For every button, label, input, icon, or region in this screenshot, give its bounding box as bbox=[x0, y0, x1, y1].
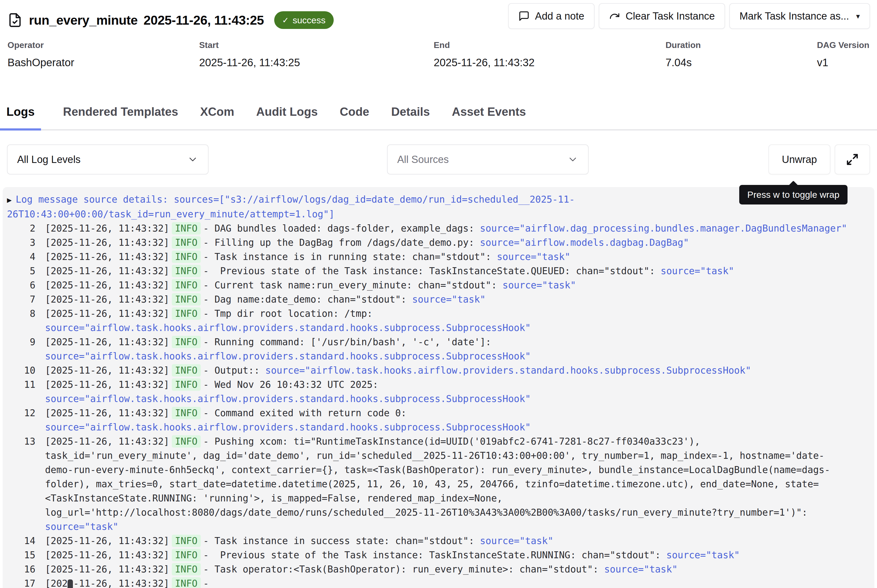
meta-value: 2025-11-26, 11:43:32 bbox=[434, 57, 666, 69]
clear-label: Clear Task Instance bbox=[625, 10, 715, 22]
log-source-link: source="task" bbox=[604, 564, 678, 574]
log-level-badge: INFO bbox=[172, 236, 201, 249]
tab-xcom[interactable]: XCom bbox=[200, 84, 234, 129]
log-line-number[interactable]: 5 bbox=[19, 264, 35, 278]
log-text: Command exited with return code 0: bbox=[214, 408, 412, 418]
redo-icon bbox=[609, 10, 620, 22]
log-message: [2025-11-26, 11:43:32] INFO - Dag name:d… bbox=[45, 292, 850, 307]
log-source-link: source="task" bbox=[497, 251, 570, 262]
log-source-link: source="airflow.task.hooks.airflow.provi… bbox=[45, 322, 531, 333]
log-message: [2025-11-26, 11:43:32] INFO - Previous s… bbox=[45, 264, 850, 278]
log-line-number[interactable]: 3 bbox=[19, 236, 35, 250]
log-level-badge: INFO bbox=[172, 563, 201, 575]
header-actions: Add a note Clear Task Instance Mark Task… bbox=[508, 3, 870, 29]
tab-details[interactable]: Details bbox=[391, 84, 430, 129]
meta-row: OperatorBashOperator Start2025-11-26, 11… bbox=[0, 29, 877, 69]
log-line-number[interactable]: 4 bbox=[19, 250, 35, 264]
log-level-value: All Log Levels bbox=[17, 154, 81, 165]
clear-task-instance-button[interactable]: Clear Task Instance bbox=[599, 3, 725, 29]
log-message: [2025-11-26, 11:43:32] INFO - Command ex… bbox=[45, 406, 850, 434]
log-text: Pushing xcom: ti="RuntimeTaskInstance(id… bbox=[45, 436, 830, 518]
log-text: Dag name:date_demo: chan="stdout": bbox=[214, 294, 412, 305]
log-entry: 7[2025-11-26, 11:43:32] INFO - Dag name:… bbox=[3, 292, 874, 307]
tab-code[interactable]: Code bbox=[340, 84, 369, 129]
log-timestamp: [2025-11-26, 11:43:32] bbox=[45, 266, 175, 276]
log-timestamp: [2025-11-26, 11:43:32] bbox=[45, 308, 175, 319]
log-message: [2025-11-26, 11:43:32] INFO - Output:: s… bbox=[45, 363, 850, 378]
log-message: [2025-11-26, 11:43:32] INFO - DAG bundle… bbox=[45, 221, 850, 236]
log-entry: 11[2025-11-26, 11:43:32] INFO - Wed Nov … bbox=[3, 378, 874, 406]
log-message: [2025-11-26, 11:43:32] INFO - Pushing xc… bbox=[45, 434, 850, 534]
task-id: run_every_minute bbox=[29, 13, 138, 28]
mark-as-label: Mark Task Instance as... bbox=[739, 10, 849, 22]
scrollbar-thumb[interactable] bbox=[67, 579, 73, 588]
log-level-badge: INFO bbox=[172, 435, 201, 448]
sources-select[interactable]: All Sources bbox=[387, 144, 589, 174]
log-source-link: source="task" bbox=[480, 536, 553, 546]
log-entry: 10[2025-11-26, 11:43:32] INFO - Output::… bbox=[3, 363, 874, 378]
expand-icon bbox=[846, 153, 859, 166]
log-line-number[interactable]: 13 bbox=[19, 434, 35, 534]
log-line-number[interactable]: 9 bbox=[19, 335, 35, 363]
source-details-text: Log message source details: sources=["s3… bbox=[7, 194, 575, 219]
log-source-link: source="airflow.task.hooks.airflow.provi… bbox=[45, 422, 531, 432]
log-entry: 14[2025-11-26, 11:43:32] INFO - Task ins… bbox=[3, 534, 874, 548]
tab-logs[interactable]: Logs bbox=[0, 84, 41, 129]
log-timestamp: [2025-11-26, 11:43:32] bbox=[45, 564, 175, 574]
log-message: [2025-11-26, 11:43:32] INFO - Filling up… bbox=[45, 236, 850, 250]
task-file-check-icon bbox=[7, 13, 22, 28]
log-timestamp: [2025-11-26, 11:43:32] bbox=[45, 251, 175, 262]
meta-field: Start2025-11-26, 11:43:25 bbox=[199, 40, 434, 69]
meta-value: BashOperator bbox=[7, 57, 199, 69]
fullscreen-button[interactable] bbox=[835, 144, 870, 174]
meta-value: 7.04s bbox=[666, 57, 817, 69]
log-entry: 16[2025-11-26, 11:43:32] INFO - Task ope… bbox=[3, 562, 874, 576]
log-line-number[interactable]: 11 bbox=[19, 378, 35, 406]
log-timestamp: [2025-11-26, 11:43:32] bbox=[45, 578, 175, 588]
log-line-number[interactable]: 6 bbox=[19, 278, 35, 292]
log-line-number[interactable]: 7 bbox=[19, 292, 35, 307]
unwrap-button[interactable]: Unwrap bbox=[768, 144, 831, 174]
log-timestamp: [2025-11-26, 11:43:32] bbox=[45, 408, 175, 418]
log-message: [2025-11-26, 11:43:32] INFO - Task insta… bbox=[45, 534, 850, 548]
log-timestamp: [2025-11-26, 11:43:32] bbox=[45, 280, 175, 291]
chevron-down-icon bbox=[567, 154, 579, 165]
mark-task-instance-as-button[interactable]: Mark Task Instance as... ▾ bbox=[729, 3, 870, 29]
log-timestamp: [2025-11-26, 11:43:32] bbox=[45, 379, 175, 390]
log-level-badge: INFO bbox=[172, 336, 201, 348]
log-level-badge: INFO bbox=[172, 279, 201, 291]
log-line-number[interactable]: 8 bbox=[19, 307, 35, 335]
log-source-link: source="task" bbox=[45, 521, 118, 532]
tab-audit-logs[interactable]: Audit Logs bbox=[256, 84, 318, 129]
log-level-select[interactable]: All Log Levels bbox=[7, 144, 208, 174]
meta-label: Duration bbox=[666, 40, 817, 50]
log-line-number[interactable]: 14 bbox=[19, 534, 35, 548]
log-level-badge: INFO bbox=[172, 535, 201, 547]
log-timestamp: [2025-11-26, 11:43:32] bbox=[45, 436, 175, 447]
log-source-link: source="airflow.task.hooks.airflow.provi… bbox=[45, 351, 531, 362]
meta-field: Duration7.04s bbox=[666, 40, 817, 69]
log-level-badge: INFO bbox=[172, 577, 201, 588]
log-entry: 3[2025-11-26, 11:43:32] INFO - Filling u… bbox=[3, 236, 874, 250]
log-line-number[interactable]: 15 bbox=[19, 548, 35, 562]
log-line-number[interactable]: 12 bbox=[19, 406, 35, 434]
log-body: ▶Log message source details: sources=["s… bbox=[3, 187, 874, 588]
tab-rendered-templates[interactable]: Rendered Templates bbox=[63, 84, 178, 129]
meta-field: End2025-11-26, 11:43:32 bbox=[434, 40, 666, 69]
log-line-number[interactable]: 2 bbox=[19, 221, 35, 236]
log-line-number[interactable]: 17 bbox=[19, 576, 35, 588]
log-level-badge: INFO bbox=[172, 222, 201, 234]
tab-asset-events[interactable]: Asset Events bbox=[452, 84, 526, 129]
page-title: run_every_minute2025-11-26, 11:43:25 bbox=[29, 13, 264, 28]
log-line-number[interactable]: 16 bbox=[19, 562, 35, 576]
sources-placeholder: All Sources bbox=[397, 154, 449, 165]
log-level-badge: INFO bbox=[172, 265, 201, 277]
meta-label: DAG Version bbox=[817, 40, 870, 50]
log-message: [2025-11-26, 11:43:32] INFO - Previous s… bbox=[45, 548, 850, 562]
log-entry: 9[2025-11-26, 11:43:32] INFO - Running c… bbox=[3, 335, 874, 363]
add-note-button[interactable]: Add a note bbox=[508, 3, 595, 29]
log-text: Running command: ['/usr/bin/bash', '-c',… bbox=[214, 337, 497, 347]
log-message: [2025-11-26, 11:43:32] INFO - bbox=[45, 576, 850, 588]
log-line-number[interactable]: 10 bbox=[19, 363, 35, 378]
expander-icon[interactable]: ▶ bbox=[7, 195, 12, 204]
